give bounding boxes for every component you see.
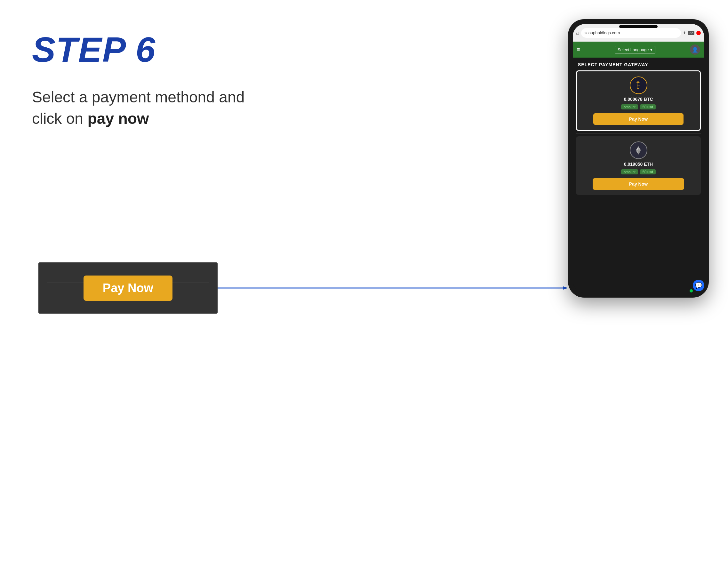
gateway-title: SELECT PAYMENT GATEWAY (573, 58, 704, 70)
phone-notch (619, 25, 658, 28)
chat-bubble-icon[interactable]: 💬 (693, 280, 704, 291)
eth-amount: 0.019050 ETH (581, 162, 696, 167)
phone-mockup: ⌂ ⊕ oupholdings.com + 22 ≡ Select Langua… (568, 19, 709, 298)
browser-home-icon: ⌂ (576, 30, 579, 36)
eth-icon (630, 141, 647, 159)
phone-screen: ⌂ ⊕ oupholdings.com + 22 ≡ Select Langua… (573, 24, 704, 293)
user-icon: 👤 (692, 47, 698, 53)
browser-new-tab-icon[interactable]: + (683, 30, 686, 36)
nav-bar: ≡ Select Language ▾ 👤 (573, 42, 704, 58)
hamburger-icon[interactable]: ≡ (577, 46, 580, 53)
language-select[interactable]: Select Language ▾ (615, 46, 655, 54)
btc-pay-now-button[interactable]: Pay Now (593, 113, 684, 125)
bitcoin-symbol: ₿ (636, 80, 641, 91)
browser-tabs-count[interactable]: 22 (688, 31, 694, 35)
btc-amount: 0.000678 BTC (582, 97, 695, 102)
step-title: STEP 6 (32, 32, 256, 67)
content-area: SELECT PAYMENT GATEWAY ₿ 0.000678 BTC am… (573, 58, 704, 293)
description-line1: Select a payment methond and (32, 89, 244, 106)
btc-tag-amount: amount (621, 104, 638, 109)
browser-url-bar[interactable]: ⊕ oupholdings.com (581, 28, 681, 38)
zoom-box: Pay Now (38, 262, 218, 314)
description-line2: click on pay now (32, 110, 149, 127)
btc-icon: ₿ (630, 76, 647, 94)
browser-url-text: oupholdings.com (588, 30, 620, 35)
left-section: STEP 6 Select a payment methond and clic… (32, 32, 256, 129)
eth-payment-card: 0.019050 ETH amount 50 usd Pay Now (576, 136, 701, 195)
zoom-pay-now-button[interactable]: Pay Now (84, 276, 172, 301)
online-status-dot (690, 289, 693, 292)
eth-pay-now-button[interactable]: Pay Now (593, 178, 684, 190)
eth-tag-value: 50 usd (640, 169, 656, 174)
browser-actions: + 22 (683, 30, 701, 36)
browser-lock-icon: ⊕ (584, 31, 587, 35)
chevron-down-icon: ▾ (650, 47, 652, 52)
svg-marker-1 (563, 286, 568, 290)
btc-payment-card: ₿ 0.000678 BTC amount 50 usd Pay Now (576, 70, 701, 131)
eth-tags: amount 50 usd (581, 169, 696, 174)
ethereum-symbol-svg (634, 146, 643, 155)
description-bold: pay now (87, 110, 149, 127)
language-select-label: Select Language (618, 47, 649, 52)
btc-tags: amount 50 usd (582, 104, 695, 109)
btc-tag-value: 50 usd (640, 104, 656, 109)
eth-tag-amount: amount (621, 169, 638, 174)
step-description: Select a payment methond and click on pa… (32, 86, 256, 129)
divider (576, 133, 701, 134)
user-avatar-icon[interactable]: 👤 (690, 44, 700, 55)
browser-menu-dot[interactable] (696, 31, 701, 35)
phone-body: ⌂ ⊕ oupholdings.com + 22 ≡ Select Langua… (568, 19, 709, 298)
